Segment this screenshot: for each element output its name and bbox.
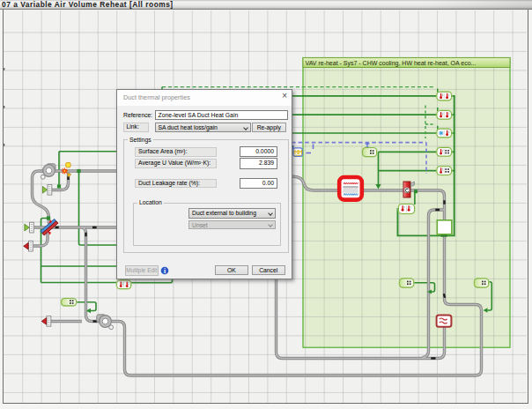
svg-text:VAV re-heat - Sys7 - CHW cooli: VAV re-heat - Sys7 - CHW cooling, HW hea… — [306, 60, 477, 67]
svg-text:i: i — [163, 266, 165, 274]
